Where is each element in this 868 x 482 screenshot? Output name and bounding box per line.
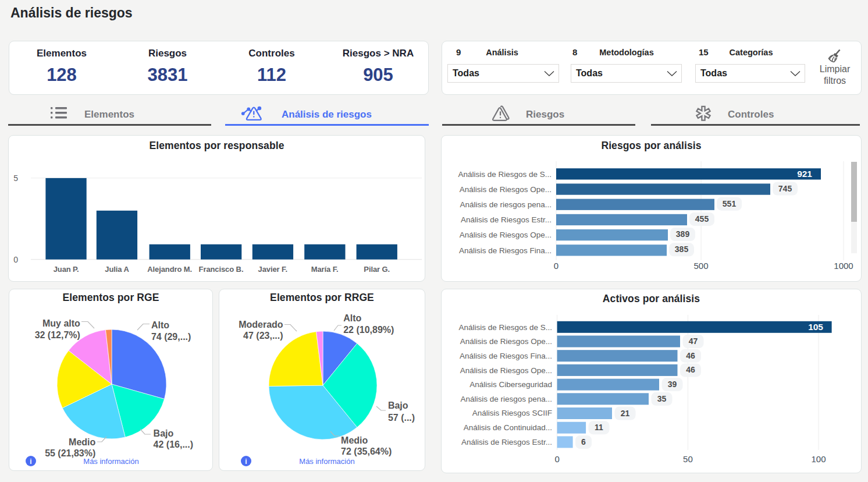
- svg-text:551: 551: [723, 199, 737, 208]
- svg-text:Análisis de Riesgos Ope...: Análisis de Riesgos Ope...: [460, 366, 552, 375]
- svg-text:35: 35: [657, 394, 667, 403]
- svg-text:72 (35,64%): 72 (35,64%): [341, 446, 392, 456]
- svg-text:47 (23,...): 47 (23,...): [243, 331, 283, 341]
- svg-text:Análisis Riesgos SCIIF: Análisis Riesgos SCIIF: [472, 409, 552, 417]
- svg-text:Medio: Medio: [341, 435, 368, 445]
- svg-text:Alto: Alto: [151, 320, 169, 330]
- svg-text:42 (16,...): 42 (16,...): [154, 440, 193, 449]
- svg-text:Bajo: Bajo: [388, 401, 408, 410]
- svg-text:Análisis de Riesgos de S...: Análisis de Riesgos de S...: [458, 323, 552, 332]
- svg-text:Juan P.: Juan P.: [54, 265, 79, 274]
- svg-text:46: 46: [686, 351, 695, 360]
- svg-text:María F.: María F.: [311, 265, 339, 274]
- svg-text:Medio: Medio: [69, 437, 95, 447]
- svg-text:22 (10,89%): 22 (10,89%): [343, 325, 394, 335]
- svg-text:Moderado: Moderado: [239, 320, 283, 329]
- svg-text:6: 6: [581, 437, 586, 446]
- svg-text:Análisis de Riesgos Fina...: Análisis de Riesgos Fina...: [460, 352, 552, 360]
- svg-text:1000: 1000: [834, 261, 853, 271]
- svg-text:Francisco B.: Francisco B.: [199, 265, 244, 274]
- svg-text:Análisis de Riesgos Ope...: Análisis de Riesgos Ope...: [460, 231, 552, 239]
- svg-text:0: 0: [13, 255, 18, 264]
- svg-text:Análisis de riesgos pena...: Análisis de riesgos pena...: [460, 395, 552, 403]
- svg-text:11: 11: [595, 423, 603, 432]
- svg-text:Más información: Más información: [83, 457, 138, 466]
- svg-text:Alejandro M.: Alejandro M.: [147, 265, 192, 274]
- svg-text:Muy alto: Muy alto: [42, 318, 80, 328]
- svg-text:32 (12,7%): 32 (12,7%): [35, 330, 80, 340]
- svg-text:Análisis de riesgos pena...: Análisis de riesgos pena...: [460, 200, 552, 209]
- svg-text:0: 0: [554, 261, 558, 271]
- svg-text:100: 100: [811, 454, 826, 464]
- svg-text:105: 105: [808, 322, 823, 332]
- svg-text:i: i: [245, 458, 247, 466]
- svg-text:Análisis de Riesgos de S...: Análisis de Riesgos de S...: [458, 170, 552, 179]
- svg-text:500: 500: [693, 261, 708, 271]
- svg-text:46: 46: [686, 365, 695, 374]
- svg-text:39: 39: [668, 380, 677, 389]
- svg-text:389: 389: [676, 229, 690, 239]
- svg-text:5: 5: [13, 173, 18, 183]
- svg-text:Análisis de Riesgos Ope...: Análisis de Riesgos Ope...: [460, 337, 552, 346]
- svg-text:Bajo: Bajo: [154, 428, 174, 438]
- svg-text:Análisis de Continuidad...: Análisis de Continuidad...: [464, 423, 552, 432]
- svg-text:Análisis de Riesgos Ope...: Análisis de Riesgos Ope...: [460, 185, 552, 194]
- svg-text:Julia A: Julia A: [105, 265, 129, 274]
- svg-text:Javier F.: Javier F.: [258, 265, 287, 274]
- svg-text:Análisis de Riesgos Fina...: Análisis de Riesgos Fina...: [459, 246, 552, 255]
- svg-text:47: 47: [689, 336, 698, 346]
- svg-text:Análisis de Riesgos Estr...: Análisis de Riesgos Estr...: [461, 438, 552, 446]
- svg-text:i: i: [30, 458, 31, 466]
- svg-text:50: 50: [683, 454, 693, 464]
- svg-text:57 (...): 57 (...): [388, 413, 415, 423]
- svg-text:Análisis Ciberseguridad: Análisis Ciberseguridad: [469, 380, 552, 389]
- svg-text:74 (29,...): 74 (29,...): [151, 332, 191, 342]
- svg-text:745: 745: [778, 184, 792, 193]
- svg-text:21: 21: [621, 409, 630, 418]
- svg-text:Más información: Más información: [299, 457, 354, 466]
- svg-text:Análisis de Riesgos Estr...: Análisis de Riesgos Estr...: [461, 215, 552, 224]
- svg-text:0: 0: [554, 454, 559, 464]
- svg-text:455: 455: [695, 214, 709, 224]
- svg-text:385: 385: [675, 244, 689, 254]
- svg-text:Alto: Alto: [343, 313, 361, 323]
- svg-text:921: 921: [797, 169, 812, 179]
- svg-text:Pilar G.: Pilar G.: [364, 265, 390, 274]
